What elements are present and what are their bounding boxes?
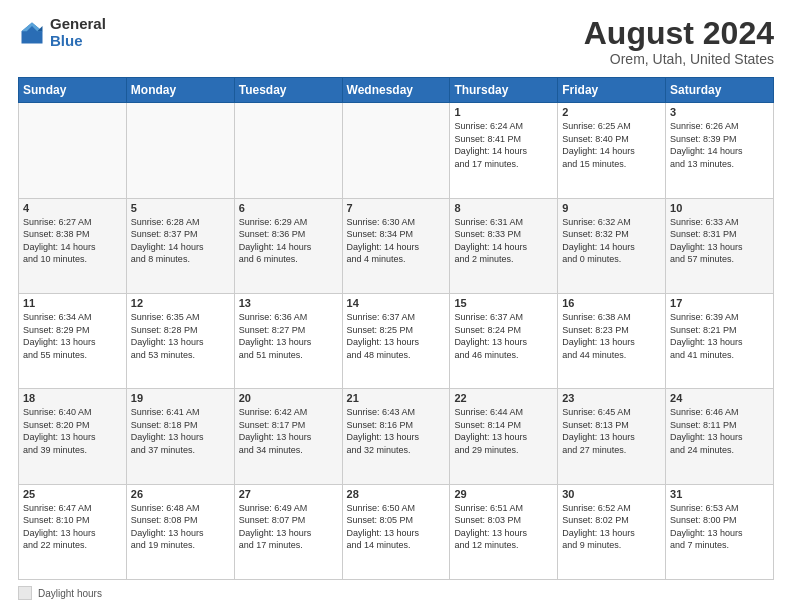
day-info: Sunrise: 6:28 AM Sunset: 8:37 PM Dayligh… xyxy=(131,216,230,266)
day-number: 5 xyxy=(131,202,230,214)
day-info: Sunrise: 6:46 AM Sunset: 8:11 PM Dayligh… xyxy=(670,406,769,456)
day-number: 15 xyxy=(454,297,553,309)
table-row xyxy=(234,103,342,198)
table-row: 25Sunrise: 6:47 AM Sunset: 8:10 PM Dayli… xyxy=(19,484,127,579)
day-info: Sunrise: 6:36 AM Sunset: 8:27 PM Dayligh… xyxy=(239,311,338,361)
table-row: 23Sunrise: 6:45 AM Sunset: 8:13 PM Dayli… xyxy=(558,389,666,484)
day-info: Sunrise: 6:48 AM Sunset: 8:08 PM Dayligh… xyxy=(131,502,230,552)
day-number: 31 xyxy=(670,488,769,500)
table-row: 21Sunrise: 6:43 AM Sunset: 8:16 PM Dayli… xyxy=(342,389,450,484)
table-row: 12Sunrise: 6:35 AM Sunset: 8:28 PM Dayli… xyxy=(126,293,234,388)
day-info: Sunrise: 6:29 AM Sunset: 8:36 PM Dayligh… xyxy=(239,216,338,266)
day-info: Sunrise: 6:34 AM Sunset: 8:29 PM Dayligh… xyxy=(23,311,122,361)
title-block: August 2024 Orem, Utah, United States xyxy=(584,16,774,67)
calendar-header-row: Sunday Monday Tuesday Wednesday Thursday… xyxy=(19,78,774,103)
day-number: 26 xyxy=(131,488,230,500)
day-info: Sunrise: 6:25 AM Sunset: 8:40 PM Dayligh… xyxy=(562,120,661,170)
table-row: 2Sunrise: 6:25 AM Sunset: 8:40 PM Daylig… xyxy=(558,103,666,198)
calendar-week-row: 18Sunrise: 6:40 AM Sunset: 8:20 PM Dayli… xyxy=(19,389,774,484)
logo-blue: Blue xyxy=(50,33,106,50)
table-row: 14Sunrise: 6:37 AM Sunset: 8:25 PM Dayli… xyxy=(342,293,450,388)
table-row: 19Sunrise: 6:41 AM Sunset: 8:18 PM Dayli… xyxy=(126,389,234,484)
table-row: 6Sunrise: 6:29 AM Sunset: 8:36 PM Daylig… xyxy=(234,198,342,293)
col-header-thursday: Thursday xyxy=(450,78,558,103)
day-number: 7 xyxy=(347,202,446,214)
day-info: Sunrise: 6:37 AM Sunset: 8:25 PM Dayligh… xyxy=(347,311,446,361)
table-row: 1Sunrise: 6:24 AM Sunset: 8:41 PM Daylig… xyxy=(450,103,558,198)
table-row: 9Sunrise: 6:32 AM Sunset: 8:32 PM Daylig… xyxy=(558,198,666,293)
day-info: Sunrise: 6:40 AM Sunset: 8:20 PM Dayligh… xyxy=(23,406,122,456)
day-info: Sunrise: 6:31 AM Sunset: 8:33 PM Dayligh… xyxy=(454,216,553,266)
table-row: 31Sunrise: 6:53 AM Sunset: 8:00 PM Dayli… xyxy=(666,484,774,579)
col-header-friday: Friday xyxy=(558,78,666,103)
day-info: Sunrise: 6:51 AM Sunset: 8:03 PM Dayligh… xyxy=(454,502,553,552)
table-row: 18Sunrise: 6:40 AM Sunset: 8:20 PM Dayli… xyxy=(19,389,127,484)
day-info: Sunrise: 6:42 AM Sunset: 8:17 PM Dayligh… xyxy=(239,406,338,456)
day-number: 25 xyxy=(23,488,122,500)
day-number: 2 xyxy=(562,106,661,118)
legend-text: Daylight hours xyxy=(38,588,102,599)
day-number: 29 xyxy=(454,488,553,500)
table-row xyxy=(342,103,450,198)
day-info: Sunrise: 6:52 AM Sunset: 8:02 PM Dayligh… xyxy=(562,502,661,552)
day-info: Sunrise: 6:41 AM Sunset: 8:18 PM Dayligh… xyxy=(131,406,230,456)
table-row: 20Sunrise: 6:42 AM Sunset: 8:17 PM Dayli… xyxy=(234,389,342,484)
day-number: 30 xyxy=(562,488,661,500)
table-row: 4Sunrise: 6:27 AM Sunset: 8:38 PM Daylig… xyxy=(19,198,127,293)
day-info: Sunrise: 6:24 AM Sunset: 8:41 PM Dayligh… xyxy=(454,120,553,170)
table-row: 10Sunrise: 6:33 AM Sunset: 8:31 PM Dayli… xyxy=(666,198,774,293)
table-row: 3Sunrise: 6:26 AM Sunset: 8:39 PM Daylig… xyxy=(666,103,774,198)
table-row: 17Sunrise: 6:39 AM Sunset: 8:21 PM Dayli… xyxy=(666,293,774,388)
day-info: Sunrise: 6:50 AM Sunset: 8:05 PM Dayligh… xyxy=(347,502,446,552)
day-number: 28 xyxy=(347,488,446,500)
calendar-week-row: 11Sunrise: 6:34 AM Sunset: 8:29 PM Dayli… xyxy=(19,293,774,388)
logo-text: General Blue xyxy=(50,16,106,49)
day-number: 10 xyxy=(670,202,769,214)
legend: Daylight hours xyxy=(18,586,774,600)
day-number: 16 xyxy=(562,297,661,309)
table-row: 27Sunrise: 6:49 AM Sunset: 8:07 PM Dayli… xyxy=(234,484,342,579)
day-number: 9 xyxy=(562,202,661,214)
day-number: 22 xyxy=(454,392,553,404)
logo-general: General xyxy=(50,16,106,33)
day-info: Sunrise: 6:47 AM Sunset: 8:10 PM Dayligh… xyxy=(23,502,122,552)
col-header-wednesday: Wednesday xyxy=(342,78,450,103)
day-number: 3 xyxy=(670,106,769,118)
table-row: 13Sunrise: 6:36 AM Sunset: 8:27 PM Dayli… xyxy=(234,293,342,388)
table-row: 15Sunrise: 6:37 AM Sunset: 8:24 PM Dayli… xyxy=(450,293,558,388)
day-info: Sunrise: 6:37 AM Sunset: 8:24 PM Dayligh… xyxy=(454,311,553,361)
col-header-monday: Monday xyxy=(126,78,234,103)
subtitle: Orem, Utah, United States xyxy=(584,51,774,67)
main-title: August 2024 xyxy=(584,16,774,51)
day-number: 19 xyxy=(131,392,230,404)
day-info: Sunrise: 6:38 AM Sunset: 8:23 PM Dayligh… xyxy=(562,311,661,361)
header: General Blue August 2024 Orem, Utah, Uni… xyxy=(18,16,774,67)
day-info: Sunrise: 6:45 AM Sunset: 8:13 PM Dayligh… xyxy=(562,406,661,456)
day-number: 14 xyxy=(347,297,446,309)
table-row xyxy=(126,103,234,198)
day-info: Sunrise: 6:39 AM Sunset: 8:21 PM Dayligh… xyxy=(670,311,769,361)
day-number: 27 xyxy=(239,488,338,500)
day-number: 24 xyxy=(670,392,769,404)
table-row: 28Sunrise: 6:50 AM Sunset: 8:05 PM Dayli… xyxy=(342,484,450,579)
day-info: Sunrise: 6:33 AM Sunset: 8:31 PM Dayligh… xyxy=(670,216,769,266)
col-header-saturday: Saturday xyxy=(666,78,774,103)
day-number: 4 xyxy=(23,202,122,214)
table-row: 16Sunrise: 6:38 AM Sunset: 8:23 PM Dayli… xyxy=(558,293,666,388)
day-number: 8 xyxy=(454,202,553,214)
table-row: 30Sunrise: 6:52 AM Sunset: 8:02 PM Dayli… xyxy=(558,484,666,579)
day-info: Sunrise: 6:35 AM Sunset: 8:28 PM Dayligh… xyxy=(131,311,230,361)
day-number: 13 xyxy=(239,297,338,309)
day-number: 23 xyxy=(562,392,661,404)
table-row: 24Sunrise: 6:46 AM Sunset: 8:11 PM Dayli… xyxy=(666,389,774,484)
day-number: 17 xyxy=(670,297,769,309)
day-number: 12 xyxy=(131,297,230,309)
calendar-week-row: 25Sunrise: 6:47 AM Sunset: 8:10 PM Dayli… xyxy=(19,484,774,579)
table-row: 11Sunrise: 6:34 AM Sunset: 8:29 PM Dayli… xyxy=(19,293,127,388)
table-row xyxy=(19,103,127,198)
page: General Blue August 2024 Orem, Utah, Uni… xyxy=(0,0,792,612)
calendar-week-row: 4Sunrise: 6:27 AM Sunset: 8:38 PM Daylig… xyxy=(19,198,774,293)
day-number: 11 xyxy=(23,297,122,309)
table-row: 22Sunrise: 6:44 AM Sunset: 8:14 PM Dayli… xyxy=(450,389,558,484)
table-row: 7Sunrise: 6:30 AM Sunset: 8:34 PM Daylig… xyxy=(342,198,450,293)
